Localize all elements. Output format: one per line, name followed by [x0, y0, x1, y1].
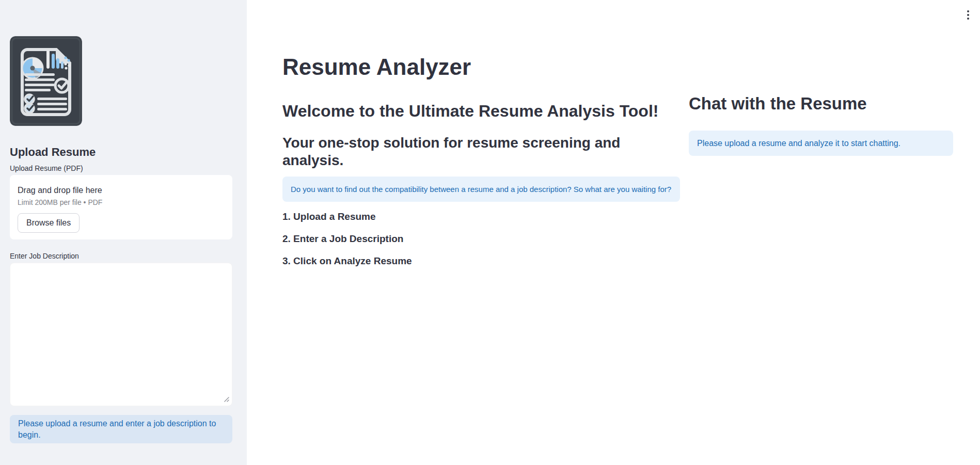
sidebar: Upload Resume Upload Resume (PDF) Drag a…: [0, 0, 247, 465]
content-columns: Welcome to the Ultimate Resume Analysis …: [282, 81, 953, 268]
chat-info-text: Please upload a resume and analyze it to…: [697, 138, 900, 149]
main-info-alert: Do you want to find out the compatibilit…: [282, 177, 680, 202]
uploader-label: Upload Resume (PDF): [10, 164, 232, 173]
steps-list: 1. Upload a Resume 2. Enter a Job Descri…: [282, 211, 680, 267]
sidebar-heading: Upload Resume: [10, 146, 232, 159]
subtitle-heading: Your one-stop solution for resume screen…: [282, 134, 680, 169]
file-dropzone[interactable]: Drag and drop file here Limit 200MB per …: [10, 175, 232, 239]
job-description-input[interactable]: [10, 263, 232, 406]
welcome-column: Welcome to the Ultimate Resume Analysis …: [282, 81, 680, 268]
resume-analyzer-logo-icon: [10, 36, 82, 126]
kebab-dot-icon: [967, 10, 969, 12]
main-info-text: Do you want to find out the compatibilit…: [291, 184, 671, 195]
dropzone-limit-hint: Limit 200MB per file • PDF: [18, 198, 225, 207]
job-description-field-wrap: [10, 263, 232, 406]
chat-heading: Chat with the Resume: [689, 93, 953, 114]
main-content: Resume Analyzer Welcome to the Ultimate …: [247, 0, 980, 465]
chat-column: Chat with the Resume Please upload a res…: [689, 81, 953, 156]
kebab-dot-icon: [967, 14, 969, 16]
kebab-dot-icon: [967, 18, 969, 20]
app-root: Upload Resume Upload Resume (PDF) Drag a…: [0, 0, 980, 465]
dropzone-title: Drag and drop file here: [18, 185, 225, 196]
sidebar-info-text: Please upload a resume and enter a job d…: [18, 418, 224, 441]
chat-info-alert: Please upload a resume and analyze it to…: [689, 131, 953, 156]
resize-handle-icon[interactable]: [223, 395, 230, 403]
page-title: Resume Analyzer: [282, 54, 953, 81]
browse-files-button[interactable]: Browse files: [18, 213, 80, 233]
step-item-3: 3. Click on Analyze Resume: [282, 255, 680, 267]
step-item-1: 1. Upload a Resume: [282, 211, 680, 223]
job-description-label: Enter Job Description: [10, 252, 232, 261]
welcome-heading: Welcome to the Ultimate Resume Analysis …: [282, 101, 680, 121]
step-item-2: 2. Enter a Job Description: [282, 233, 680, 245]
kebab-menu-button[interactable]: [961, 7, 975, 23]
sidebar-info-alert: Please upload a resume and enter a job d…: [10, 415, 232, 443]
